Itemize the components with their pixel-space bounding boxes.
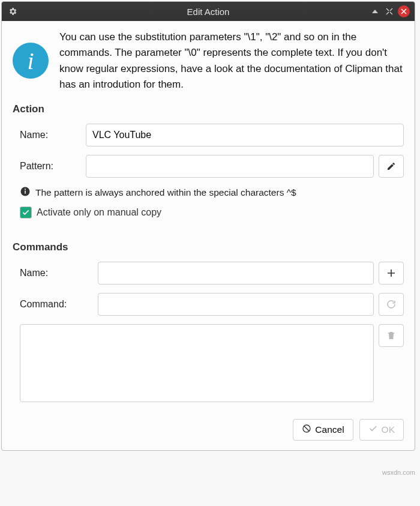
- delete-command-button[interactable]: [379, 324, 404, 347]
- ok-button[interactable]: OK: [359, 419, 404, 441]
- cancel-button[interactable]: Cancel: [293, 419, 353, 441]
- info-text: You can use the substitution parameters …: [59, 29, 404, 92]
- pattern-input[interactable]: [86, 155, 374, 178]
- action-section-title: Action: [13, 103, 404, 115]
- command-input[interactable]: [98, 293, 374, 316]
- command-name-input[interactable]: [98, 262, 374, 285]
- pattern-edit-button[interactable]: [379, 155, 404, 178]
- anchor-note: The pattern is always anchored within th…: [35, 187, 296, 198]
- activate-manual-copy-checkbox[interactable]: Activate only on manual copy: [13, 206, 404, 218]
- window-title: Edit Action: [2, 7, 415, 17]
- info-circle-icon: [20, 186, 31, 199]
- svg-rect-1: [25, 191, 26, 194]
- svg-point-2: [25, 189, 26, 190]
- add-command-button[interactable]: [379, 262, 404, 285]
- ok-label: OK: [382, 424, 395, 435]
- action-name-label: Name:: [20, 130, 86, 140]
- command-label: Command:: [20, 299, 98, 310]
- pattern-label: Pattern:: [20, 161, 86, 172]
- action-name-input[interactable]: [86, 124, 404, 146]
- cancel-label: Cancel: [315, 424, 344, 435]
- command-name-label: Name:: [20, 268, 98, 279]
- activate-label: Activate only on manual copy: [37, 207, 161, 218]
- refresh-command-button[interactable]: [379, 293, 404, 316]
- dialog-window: Edit Action i You can use the substituti…: [1, 1, 415, 451]
- cancel-icon: [302, 424, 311, 436]
- window-close-button[interactable]: [398, 5, 410, 17]
- commands-section-title: Commands: [13, 241, 404, 253]
- info-icon: i: [13, 43, 49, 79]
- checkmark-icon: [20, 206, 32, 218]
- check-icon: [368, 424, 378, 436]
- commands-list-area[interactable]: [20, 324, 374, 402]
- gear-icon[interactable]: [7, 5, 19, 17]
- window-up-icon[interactable]: [369, 5, 381, 17]
- window-maximize-icon[interactable]: [383, 5, 395, 17]
- titlebar: Edit Action: [2, 2, 415, 21]
